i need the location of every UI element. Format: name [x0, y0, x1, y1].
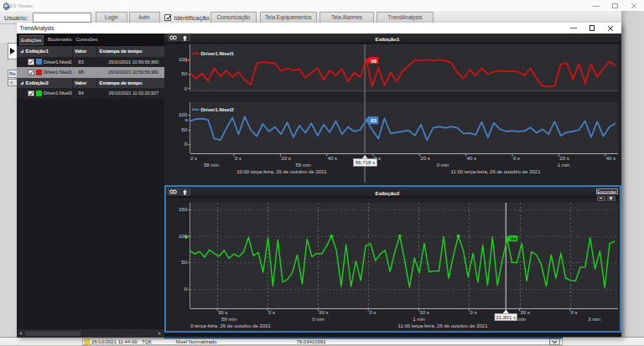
svg-text:94: 94 [511, 236, 517, 241]
svg-text:98: 98 [371, 59, 377, 64]
svg-text:56,718 s: 56,718 s [356, 159, 376, 165]
svg-text:83: 83 [371, 118, 377, 123]
